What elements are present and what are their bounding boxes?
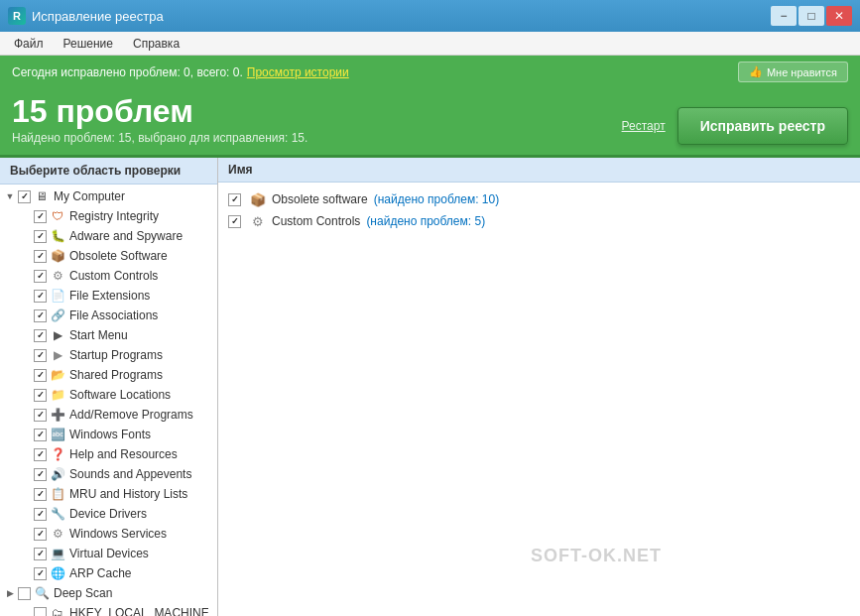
icon-obsolete-software: 📦 xyxy=(50,248,65,264)
title-bar-left: R Исправление реестра xyxy=(8,7,164,25)
label-arp-cache: ARP Cache xyxy=(69,566,131,580)
tree-item-file-extensions[interactable]: 📄File Extensions xyxy=(0,286,217,306)
tree-item-virtual-devices[interactable]: 💻Virtual Devices xyxy=(0,544,217,563)
checkbox-registry-integrity[interactable] xyxy=(34,210,47,223)
checkbox-mru-history[interactable] xyxy=(34,488,47,501)
tree-item-device-drivers[interactable]: 🔧Device Drivers xyxy=(0,504,217,524)
checkbox-shared-programs[interactable] xyxy=(34,369,47,382)
checkbox-software-locations[interactable] xyxy=(34,389,47,402)
tree-item-hklm[interactable]: 🗂HKEY_LOCAL_MACHINE xyxy=(0,603,217,616)
expand-arrow: ▼ xyxy=(4,190,16,202)
tree-item-mru-history[interactable]: 📋MRU and History Lists xyxy=(0,484,217,504)
label-device-drivers: Device Drivers xyxy=(69,507,147,521)
checkbox-startup-programs[interactable] xyxy=(34,349,47,362)
menu-solution[interactable]: Решение xyxy=(54,35,123,53)
tree-container[interactable]: ▼🖥My Computer🛡Registry Integrity🐛Adware … xyxy=(0,185,217,616)
checkbox-windows-fonts[interactable] xyxy=(34,429,47,441)
hero-left: 15 проблем Найдено проблем: 15, выбрано … xyxy=(12,94,307,145)
checkbox-add-remove[interactable] xyxy=(34,409,47,422)
status-text: Сегодня исправлено проблем: 0, всего: 0. xyxy=(12,65,243,79)
like-label: Мне нравится xyxy=(767,66,837,78)
checkbox-start-menu[interactable] xyxy=(34,329,47,342)
tree-item-start-menu[interactable]: ▶Start Menu xyxy=(0,325,217,345)
issue-icon-custom-controls-issue: ⚙ xyxy=(250,213,266,229)
issue-item-custom-controls-issue[interactable]: ⚙Custom Controls(найдено проблем: 5) xyxy=(224,210,854,232)
icon-help-resources: ❓ xyxy=(50,446,65,462)
checkbox-hklm[interactable] xyxy=(34,607,47,616)
label-add-remove: Add/Remove Programs xyxy=(69,408,193,422)
icon-file-associations: 🔗 xyxy=(50,308,65,323)
checkbox-windows-services[interactable] xyxy=(34,528,47,541)
hero-section: 15 проблем Найдено проблем: 15, выбрано … xyxy=(0,88,860,158)
label-deep-scan: Deep Scan xyxy=(54,586,112,600)
issue-item-obsolete-software-issue[interactable]: 📦Obsolete software(найдено проблем: 10) xyxy=(224,188,854,210)
tree-item-shared-programs[interactable]: 📂Shared Programs xyxy=(0,365,217,385)
checkbox-custom-controls[interactable] xyxy=(34,270,47,283)
minimize-button[interactable]: − xyxy=(771,6,797,26)
checkbox-my-computer[interactable] xyxy=(18,190,31,203)
fix-registry-button[interactable]: Исправить реестр xyxy=(677,107,848,145)
icon-windows-fonts: 🔤 xyxy=(50,427,65,442)
status-text-area: Сегодня исправлено проблем: 0, всего: 0.… xyxy=(12,65,349,79)
tree-item-registry-integrity[interactable]: 🛡Registry Integrity xyxy=(0,206,217,226)
issue-checkbox-custom-controls-issue[interactable] xyxy=(228,215,241,228)
tree-item-custom-controls[interactable]: ⚙Custom Controls xyxy=(0,266,217,286)
tree-item-my-computer[interactable]: ▼🖥My Computer xyxy=(0,186,217,206)
like-button[interactable]: 👍 Мне нравится xyxy=(738,62,848,82)
label-adware-spyware: Adware and Spyware xyxy=(69,229,183,243)
checkbox-file-associations[interactable] xyxy=(34,309,47,322)
label-help-resources: Help and Resources xyxy=(69,447,178,461)
icon-startup-programs: ▶ xyxy=(50,347,65,363)
tree-item-sounds[interactable]: 🔊Sounds and Appevents xyxy=(0,464,217,484)
problem-count: 15 проблем xyxy=(12,94,307,129)
icon-sounds: 🔊 xyxy=(50,466,65,482)
label-file-associations: File Associations xyxy=(69,308,158,322)
tree-item-file-associations[interactable]: 🔗File Associations xyxy=(0,306,217,325)
tree-item-software-locations[interactable]: 📁Software Locations xyxy=(0,385,217,405)
icon-shared-programs: 📂 xyxy=(50,367,65,383)
checkbox-adware-spyware[interactable] xyxy=(34,230,47,243)
label-my-computer: My Computer xyxy=(54,189,125,203)
checkbox-obsolete-software[interactable] xyxy=(34,250,47,263)
checkbox-sounds[interactable] xyxy=(34,468,47,481)
label-obsolete-software: Obsolete Software xyxy=(69,249,168,263)
checkbox-file-extensions[interactable] xyxy=(34,290,47,303)
checkbox-deep-scan[interactable] xyxy=(18,587,31,600)
maximize-button[interactable]: □ xyxy=(799,6,824,26)
app-icon: R xyxy=(8,7,26,25)
tree-item-help-resources[interactable]: ❓Help and Resources xyxy=(0,444,217,464)
label-startup-programs: Startup Programs xyxy=(69,348,163,362)
close-button[interactable]: ✕ xyxy=(826,6,852,26)
checkbox-help-resources[interactable] xyxy=(34,448,47,461)
issue-icon-obsolete-software-issue: 📦 xyxy=(250,191,266,207)
tree-item-adware-spyware[interactable]: 🐛Adware and Spyware xyxy=(0,226,217,246)
icon-add-remove: ➕ xyxy=(50,407,65,423)
label-sounds: Sounds and Appevents xyxy=(69,467,191,481)
tree-item-arp-cache[interactable]: 🌐ARP Cache xyxy=(0,563,217,583)
expand-arrow: ▶ xyxy=(4,587,16,599)
checkbox-device-drivers[interactable] xyxy=(34,508,47,521)
checkbox-arp-cache[interactable] xyxy=(34,567,47,580)
tree-item-obsolete-software[interactable]: 📦Obsolete Software xyxy=(0,246,217,266)
checkbox-virtual-devices[interactable] xyxy=(34,548,47,560)
menu-help[interactable]: Справка xyxy=(123,35,189,53)
icon-arp-cache: 🌐 xyxy=(50,565,65,581)
issue-checkbox-obsolete-software-issue[interactable] xyxy=(228,193,241,206)
icon-mru-history: 📋 xyxy=(50,486,65,502)
icon-my-computer: 🖥 xyxy=(34,188,50,204)
icon-virtual-devices: 💻 xyxy=(50,546,65,561)
tree-item-add-remove[interactable]: ➕Add/Remove Programs xyxy=(0,405,217,425)
tree-item-deep-scan[interactable]: ▶🔍Deep Scan xyxy=(0,583,217,603)
main-content: Выберите область проверки ▼🖥My Computer🛡… xyxy=(0,158,860,616)
title-bar-controls: − □ ✕ xyxy=(771,6,852,26)
icon-windows-services: ⚙ xyxy=(50,526,65,542)
restart-link[interactable]: Рестарт xyxy=(622,119,666,133)
tree-item-windows-services[interactable]: ⚙Windows Services xyxy=(0,524,217,544)
tree-item-windows-fonts[interactable]: 🔤Windows Fonts xyxy=(0,425,217,444)
menu-file[interactable]: Файл xyxy=(4,35,54,53)
tree-item-startup-programs[interactable]: ▶Startup Programs xyxy=(0,345,217,365)
icon-software-locations: 📁 xyxy=(50,387,65,403)
left-panel-header: Выберите область проверки xyxy=(0,158,217,185)
menu-bar: Файл Решение Справка xyxy=(0,32,860,56)
history-link[interactable]: Просмотр истории xyxy=(247,65,349,79)
